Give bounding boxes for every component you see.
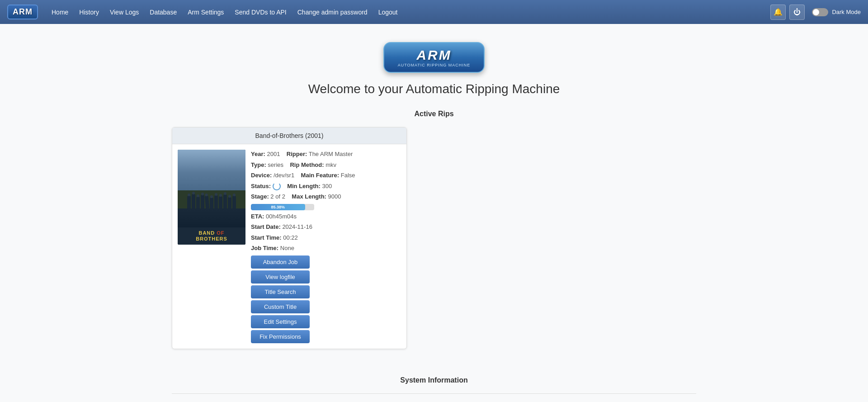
start-date-label: Start Date: <box>251 223 281 230</box>
stage-label: Stage: <box>251 193 269 200</box>
progress-bar-fill: 85.38% <box>251 204 305 210</box>
bottom-divider <box>172 393 696 394</box>
detail-start-date: Start Date: 2024-11-16 <box>251 222 401 232</box>
rip-details: Year: 2001 Ripper: The ARM Master Type: … <box>251 150 401 343</box>
detail-type: Type: series Rip Method: mkv <box>251 161 401 170</box>
progress-bar-container: 85.38% <box>251 204 314 210</box>
detail-start-time: Start Time: 00:22 <box>251 233 401 242</box>
detail-eta: ETA: 00h45m04s <box>251 212 401 221</box>
rip-poster: BAND OFBROTHERS <box>178 150 245 245</box>
max-length-label: Max Length: <box>292 193 326 200</box>
min-length-label: Min Length: <box>287 183 321 189</box>
title-search-button[interactable]: Title Search <box>251 285 310 298</box>
bell-icon: 🔔 <box>774 8 783 16</box>
action-buttons: Abandon Job View logfile Title Search Cu… <box>251 255 401 343</box>
navbar-icons: 🔔 ⏻ <box>770 5 805 20</box>
logo-area: ARM Automatic Ripping Machine <box>172 42 696 73</box>
page-content: ARM Automatic Ripping Machine Welcome to… <box>118 24 750 402</box>
main-feature-value: False <box>341 172 355 179</box>
rip-card-body: BAND OFBROTHERS Year: 2001 Ripper: <box>172 144 406 349</box>
custom-title-button[interactable]: Custom Title <box>251 300 310 313</box>
nav-link-database[interactable]: Database <box>145 6 181 19</box>
notification-button[interactable]: 🔔 <box>770 5 786 20</box>
rip-card-header: Band-of-Brothers (2001) <box>172 128 406 144</box>
detail-job-time: Job Time: None <box>251 244 401 253</box>
system-info-section: System Information <box>172 376 696 394</box>
nav-link-logout[interactable]: Logout <box>374 6 402 19</box>
rip-method-value: mkv <box>326 161 336 168</box>
detail-year: Year: 2001 Ripper: The ARM Master <box>251 150 401 159</box>
dark-mode-toggle[interactable]: Dark Mode <box>812 8 861 16</box>
stage-value: 2 of 2 <box>270 193 285 200</box>
abandon-job-button[interactable]: Abandon Job <box>251 255 310 269</box>
detail-stage: Stage: 2 of 2 Max Length: 9000 <box>251 192 401 201</box>
nav-link-senddvds[interactable]: Send DVDs to API <box>230 6 291 19</box>
device-label: Device: <box>251 172 272 179</box>
fix-permissions-button[interactable]: Fix Permissions <box>251 330 310 343</box>
year-value: 2001 <box>267 151 280 157</box>
nav-links: Home History View Logs Database Arm Sett… <box>47 6 770 19</box>
device-value: /dev/sr1 <box>274 172 294 179</box>
progress-label: 85.38% <box>271 205 285 209</box>
poster-title-area: BAND OFBROTHERS <box>178 227 245 245</box>
start-date-value: 2024-11-16 <box>282 223 312 230</box>
active-rips-title: Active Rips <box>172 110 696 118</box>
ripper-label: Ripper: <box>287 151 307 157</box>
nav-link-history[interactable]: History <box>75 6 104 19</box>
type-value: series <box>268 161 283 168</box>
system-info-title: System Information <box>172 376 696 384</box>
rip-card: Band-of-Brothers (2001) <box>172 127 407 349</box>
arm-logo-subtitle: Automatic Ripping Machine <box>398 63 471 67</box>
max-length-value: 9000 <box>328 193 341 200</box>
active-rips-section: Active Rips Band-of-Brothers (2001) <box>172 110 696 349</box>
ripper-value: The ARM Master <box>309 151 353 157</box>
start-time-label: Start Time: <box>251 234 282 241</box>
poster-title-text: BAND OFBROTHERS <box>179 230 244 242</box>
nav-link-viewlogs[interactable]: View Logs <box>105 6 143 19</box>
dark-mode-switch[interactable] <box>812 8 828 16</box>
poster-background: BAND OFBROTHERS <box>178 150 245 245</box>
eta-value: 00h45m04s <box>266 213 297 220</box>
main-feature-label: Main Feature: <box>301 172 340 179</box>
welcome-title: Welcome to your Automatic Ripping Machin… <box>172 82 696 96</box>
status-label: Status: <box>251 183 271 189</box>
job-time-value: None <box>280 245 294 251</box>
navbar-brand[interactable]: ARM <box>7 5 38 19</box>
nav-link-home[interactable]: Home <box>47 6 73 19</box>
eta-label: ETA: <box>251 213 264 220</box>
min-length-value: 300 <box>322 183 332 189</box>
main-content: ARM Automatic Ripping Machine Welcome to… <box>163 24 705 402</box>
type-label: Type: <box>251 161 266 168</box>
navbar: ARM Home History View Logs Database Arm … <box>0 0 868 24</box>
nav-link-armsettings[interactable]: Arm Settings <box>183 6 228 19</box>
job-time-label: Job Time: <box>251 245 278 251</box>
power-icon: ⏻ <box>793 8 801 16</box>
edit-settings-button[interactable]: Edit Settings <box>251 315 310 328</box>
arm-logo: ARM Automatic Ripping Machine <box>383 42 485 73</box>
arm-logo-title: ARM <box>398 47 471 63</box>
view-logfile-button[interactable]: View logfile <box>251 270 310 284</box>
start-time-value: 00:22 <box>283 234 298 241</box>
power-button[interactable]: ⏻ <box>789 5 805 20</box>
rip-method-label: Rip Method: <box>290 161 324 168</box>
nav-link-changepassword[interactable]: Change admin password <box>293 6 372 19</box>
detail-device: Device: /dev/sr1 Main Feature: False <box>251 171 401 180</box>
status-spinner <box>273 182 281 190</box>
dark-mode-label: Dark Mode <box>832 9 861 15</box>
detail-status: Status: Min Length: 300 <box>251 182 401 191</box>
soldiers-silhouette <box>178 194 245 208</box>
year-label: Year: <box>251 151 265 157</box>
